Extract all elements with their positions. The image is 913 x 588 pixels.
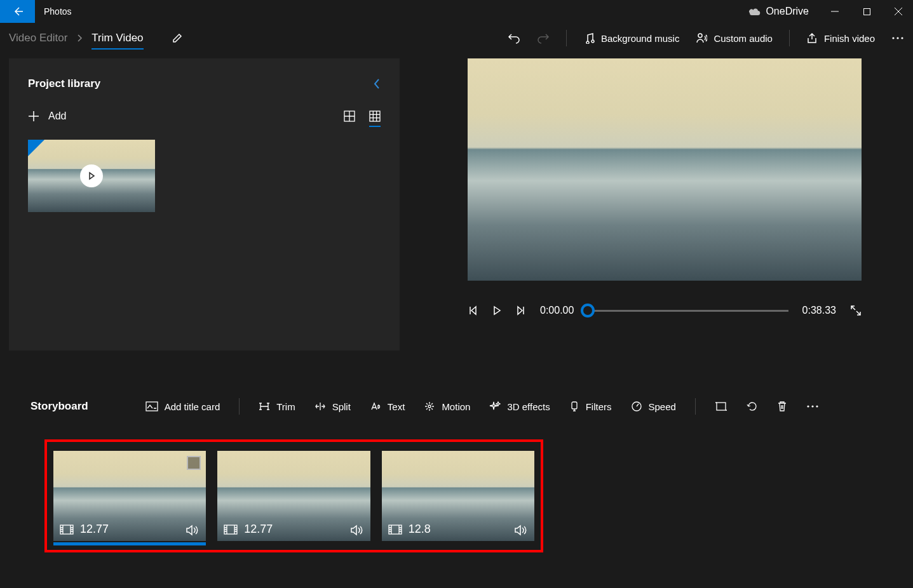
storyboard-clip[interactable]: 12.8 — [382, 451, 534, 541]
close-button[interactable] — [884, 0, 913, 23]
storyboard-more-button[interactable] — [806, 404, 819, 408]
svg-rect-0 — [863, 8, 870, 15]
play-button[interactable] — [492, 305, 502, 316]
storyboard-clip[interactable]: 12.77 — [217, 451, 370, 541]
video-preview[interactable] — [468, 58, 862, 281]
rename-button[interactable] — [172, 32, 183, 44]
clip-duration: 12.77 — [80, 523, 109, 536]
seek-thumb[interactable] — [581, 304, 595, 317]
seek-slider[interactable] — [588, 310, 788, 312]
prev-frame-button[interactable] — [468, 305, 478, 316]
finish-video-button[interactable]: Finish video — [806, 32, 875, 44]
undo-icon — [508, 32, 520, 44]
divider — [566, 30, 567, 46]
total-time: 0:38.33 — [802, 305, 836, 316]
redo-icon — [537, 32, 550, 44]
speed-button[interactable]: Speed — [631, 401, 676, 412]
onedrive-status[interactable]: OneDrive — [739, 6, 818, 17]
next-frame-button[interactable] — [516, 305, 526, 316]
play-icon — [492, 305, 502, 316]
storyboard-title: Storyboard — [30, 400, 88, 413]
trim-icon — [259, 401, 270, 411]
clip-audio-button[interactable] — [514, 525, 528, 536]
plus-icon — [28, 110, 39, 122]
corner-indicator — [28, 140, 44, 156]
ellipsis-icon — [806, 404, 819, 408]
motion-button[interactable]: Motion — [424, 401, 470, 412]
svg-rect-9 — [572, 402, 577, 409]
person-audio-icon — [696, 32, 707, 44]
redo-button[interactable] — [537, 32, 550, 44]
main-content: Project library Add — [0, 53, 913, 364]
speaker-icon — [350, 525, 364, 536]
trim-button[interactable]: Trim — [259, 401, 295, 412]
breadcrumb-active[interactable]: Trim Video — [91, 32, 143, 50]
split-button[interactable]: Split — [314, 401, 351, 412]
clip-duration: 12.77 — [244, 523, 273, 536]
svg-point-8 — [428, 405, 431, 408]
grid-small-icon — [369, 110, 381, 122]
film-icon — [388, 525, 402, 535]
storyboard-clip[interactable]: 12.77 — [53, 451, 206, 541]
minimize-button[interactable] — [820, 0, 849, 23]
film-icon — [224, 525, 238, 535]
clip-checkbox[interactable] — [187, 456, 201, 470]
svg-rect-7 — [146, 402, 158, 411]
clip-audio-button[interactable] — [350, 525, 364, 536]
current-time: 0:00.00 — [540, 305, 574, 316]
play-overlay — [80, 164, 103, 187]
text-button[interactable]: Text — [370, 401, 405, 412]
list-view-button[interactable] — [344, 110, 355, 122]
collapse-panel-button[interactable] — [373, 78, 381, 90]
onedrive-label: OneDrive — [766, 6, 809, 17]
clip-audio-button[interactable] — [186, 525, 200, 536]
export-icon — [806, 32, 818, 44]
back-button[interactable] — [0, 0, 35, 23]
delete-button[interactable] — [777, 401, 787, 412]
svg-rect-6 — [370, 111, 380, 121]
divider — [239, 398, 240, 415]
speed-icon — [631, 401, 642, 412]
music-icon — [583, 32, 595, 44]
play-icon — [87, 171, 96, 180]
ellipsis-icon — [891, 36, 904, 40]
svg-point-12 — [807, 405, 809, 407]
cloud-icon — [748, 7, 761, 16]
more-button[interactable] — [891, 36, 904, 40]
svg-point-3 — [896, 37, 898, 39]
sparkle-icon — [489, 401, 501, 412]
speaker-icon — [186, 525, 200, 536]
filters-icon — [569, 401, 579, 412]
fullscreen-button[interactable] — [850, 305, 862, 316]
undo-button[interactable] — [508, 32, 520, 44]
titlebar: Photos OneDrive — [0, 0, 913, 23]
maximize-button[interactable] — [852, 0, 881, 23]
filters-button[interactable]: Filters — [569, 401, 612, 412]
3d-effects-button[interactable]: 3D effects — [489, 401, 550, 412]
trash-icon — [777, 401, 787, 412]
pencil-icon — [172, 32, 183, 44]
grid-large-icon — [344, 110, 355, 122]
app-title: Photos — [44, 6, 72, 17]
svg-point-13 — [811, 405, 813, 407]
add-media-button[interactable]: Add — [28, 110, 66, 122]
custom-audio-button[interactable]: Custom audio — [696, 32, 773, 44]
add-title-card-button[interactable]: Add title card — [145, 401, 220, 412]
crop-button[interactable] — [715, 401, 727, 412]
chevron-right-icon — [76, 34, 83, 43]
svg-point-14 — [816, 405, 818, 407]
panel-title: Project library — [28, 77, 100, 90]
svg-point-2 — [892, 37, 894, 39]
maximize-icon — [863, 8, 870, 15]
library-thumbnail[interactable] — [28, 140, 155, 212]
breadcrumb-root[interactable]: Video Editor — [9, 32, 67, 44]
svg-rect-11 — [717, 403, 726, 410]
close-icon — [895, 8, 902, 15]
grid-view-button[interactable] — [369, 110, 381, 127]
step-forward-icon — [516, 305, 526, 316]
text-icon — [370, 401, 381, 411]
divider — [695, 398, 696, 415]
chevron-left-icon — [373, 78, 381, 90]
bg-music-button[interactable]: Background music — [583, 32, 679, 44]
rotate-button[interactable] — [747, 401, 758, 412]
